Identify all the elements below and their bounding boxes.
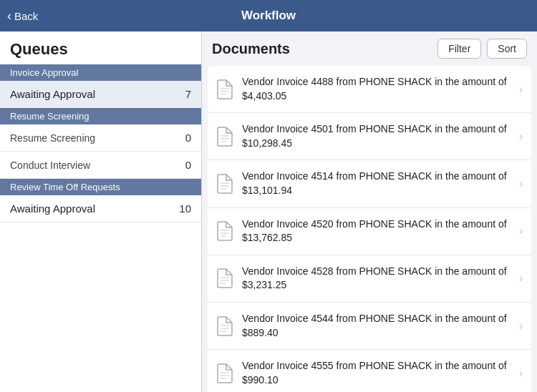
file-icon [216, 174, 233, 194]
sidebar-title: Queues [0, 31, 201, 64]
chevron-right-icon: › [519, 83, 523, 96]
main-layout: Queues Invoice Approval Awaiting Approva… [0, 31, 537, 392]
document-list-item[interactable]: Vendor Invoice 4544 from PHONE SHACK in … [208, 303, 531, 350]
document-text: Vendor Invoice 4488 from PHONE SHACK in … [242, 75, 513, 103]
sidebar-item-label: Conduct Interview [10, 160, 90, 171]
file-icon [216, 363, 233, 383]
back-label: Back [14, 10, 38, 22]
sidebar-item-awaiting-approval-2[interactable]: Awaiting Approval 10 [0, 195, 201, 222]
document-list-item[interactable]: Vendor Invoice 4514 from PHONE SHACK in … [208, 160, 531, 207]
sidebar-section-review-time-off: Review Time Off Requests [0, 179, 201, 195]
chevron-right-icon: › [519, 272, 523, 285]
header-title: Workflow [241, 9, 296, 23]
chevron-right-icon: › [519, 320, 523, 333]
document-list-item[interactable]: Vendor Invoice 4528 from PHONE SHACK in … [208, 255, 531, 303]
file-icon [216, 127, 233, 147]
document-text: Vendor Invoice 4501 from PHONE SHACK in … [242, 122, 513, 150]
app-header: ‹ Back Workflow [0, 0, 537, 31]
sidebar-item-badge: 0 [185, 132, 191, 144]
content-actions: Filter Sort [437, 39, 527, 59]
back-button[interactable]: ‹ Back [7, 9, 38, 24]
sidebar-section-resume-screening: Resume Screening [0, 108, 201, 124]
document-text: Vendor Invoice 4514 from PHONE SHACK in … [242, 170, 513, 197]
sidebar-item-awaiting-approval-1[interactable]: Awaiting Approval 7 [0, 81, 201, 108]
document-list-item[interactable]: Vendor Invoice 4501 from PHONE SHACK in … [208, 113, 531, 160]
document-text: Vendor Invoice 4544 from PHONE SHACK in … [242, 312, 513, 340]
file-icon [216, 221, 233, 241]
document-text: Vendor Invoice 4528 from PHONE SHACK in … [242, 265, 513, 293]
file-icon [216, 268, 233, 288]
document-list-item[interactable]: Vendor Invoice 4488 from PHONE SHACK in … [208, 66, 531, 113]
chevron-right-icon: › [519, 367, 523, 380]
sidebar-item-conduct-interview[interactable]: Conduct Interview 0 [0, 152, 201, 179]
document-text: Vendor Invoice 4555 from PHONE SHACK in … [242, 359, 513, 387]
back-chevron-icon: ‹ [7, 9, 11, 24]
document-list: Vendor Invoice 4488 from PHONE SHACK in … [208, 66, 531, 392]
sidebar-item-badge: 0 [185, 159, 191, 171]
document-text: Vendor Invoice 4520 from PHONE SHACK in … [242, 217, 513, 245]
chevron-right-icon: › [519, 225, 523, 237]
sidebar-item-label: Awaiting Approval [10, 202, 95, 215]
sidebar-item-badge: 7 [185, 88, 191, 100]
content-header: Documents Filter Sort [202, 31, 537, 66]
content-title: Documents [212, 41, 290, 57]
sidebar: Queues Invoice Approval Awaiting Approva… [0, 31, 202, 392]
sidebar-item-label: Resume Screening [10, 132, 95, 144]
document-list-item[interactable]: Vendor Invoice 4555 from PHONE SHACK in … [208, 350, 531, 392]
content-panel: Documents Filter Sort Vendor Invoice 448… [202, 31, 537, 392]
document-list-item[interactable]: Vendor Invoice 4520 from PHONE SHACK in … [208, 208, 531, 255]
sidebar-item-badge: 10 [179, 202, 191, 215]
sidebar-section-invoice-approval: Invoice Approval [0, 64, 201, 81]
chevron-right-icon: › [519, 177, 523, 190]
chevron-right-icon: › [519, 130, 523, 143]
sort-button[interactable]: Sort [487, 39, 527, 59]
sidebar-item-label: Awaiting Approval [10, 88, 95, 100]
sidebar-item-resume-screening[interactable]: Resume Screening 0 [0, 124, 201, 152]
file-icon [216, 79, 233, 99]
filter-button[interactable]: Filter [437, 39, 481, 59]
file-icon [216, 316, 233, 336]
